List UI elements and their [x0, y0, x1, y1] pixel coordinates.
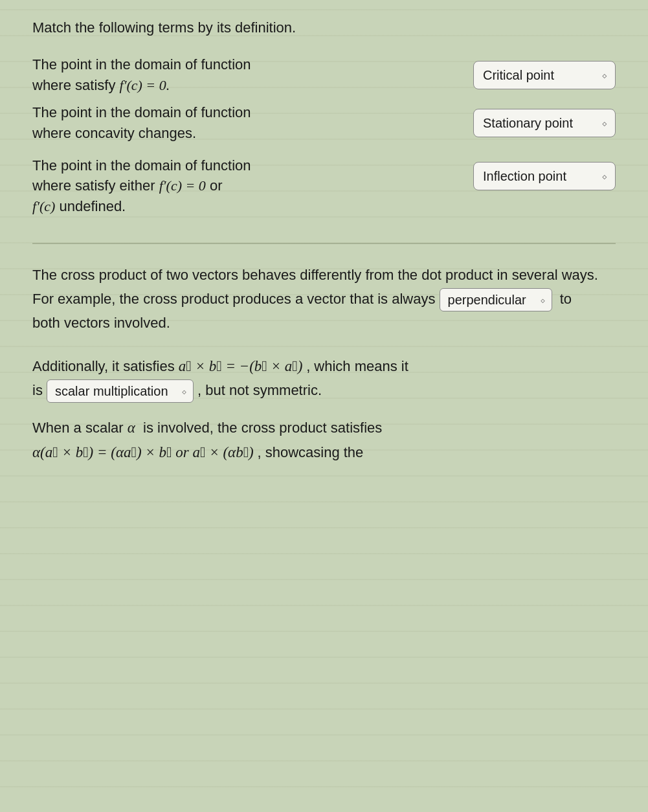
dropdown-wrapper-2: Critical point Stationary point Inflecti…	[473, 109, 616, 137]
dropdown-3[interactable]: Critical point Stationary point Inflecti…	[473, 162, 616, 190]
match-text-2: The point in the domain of function wher…	[32, 102, 460, 144]
match-row-1: The point in the domain of function wher…	[32, 54, 616, 96]
divider-1	[32, 243, 616, 244]
section2: The cross product of two vectors behaves…	[32, 264, 616, 335]
scalar-dropdown[interactable]: scalar multiplication anti-commutative c…	[47, 379, 194, 403]
dropdown-2[interactable]: Critical point Stationary point Inflecti…	[473, 109, 616, 137]
alpha-symbol: α	[128, 420, 135, 436]
dropdown-1[interactable]: Critical point Stationary point Inflecti…	[473, 61, 616, 89]
match-text-3: The point in the domain of function wher…	[32, 155, 460, 218]
cross-product-math: a⃗ × b⃗ = −(b⃗ × a⃗)	[179, 358, 306, 374]
math-expr-1: f′(c) = 0.	[120, 77, 170, 93]
match-row-3: The point in the domain of function wher…	[32, 155, 616, 218]
math-expr-3a: f′(c) = 0	[159, 177, 206, 194]
scalar-math: α(a⃗ × b⃗) = (αa⃗) × b⃗ or a⃗ × (αb⃗)	[32, 444, 257, 460]
match-text-1: The point in the domain of function wher…	[32, 54, 460, 96]
perpendicular-dropdown[interactable]: perpendicular parallel orthogonal	[440, 288, 552, 311]
dropdown-wrapper-1: Critical point Stationary point Inflecti…	[473, 61, 616, 89]
section3: Additionally, it satisfies a⃗ × b⃗ = −(b…	[32, 354, 616, 403]
section4: When a scalar α is involved, the cross p…	[32, 416, 616, 465]
section1-title: Match the following terms by its definit…	[32, 19, 616, 36]
page-container: Match the following terms by its definit…	[0, 0, 648, 504]
perpendicular-dropdown-wrapper: perpendicular parallel orthogonal	[440, 288, 552, 311]
match-container: The point in the domain of function wher…	[32, 54, 616, 217]
scalar-dropdown-wrapper: scalar multiplication anti-commutative c…	[47, 379, 194, 403]
math-expr-3b: f′(c)	[32, 198, 55, 214]
additionally-para: Additionally, it satisfies a⃗ × b⃗ = −(b…	[32, 354, 616, 403]
cross-product-para1: The cross product of two vectors behaves…	[32, 264, 616, 335]
section1: Match the following terms by its definit…	[32, 19, 616, 217]
dropdown-wrapper-3: Critical point Stationary point Inflecti…	[473, 162, 616, 190]
match-row-2: The point in the domain of function wher…	[32, 102, 616, 144]
scalar-para: When a scalar α is involved, the cross p…	[32, 416, 616, 465]
